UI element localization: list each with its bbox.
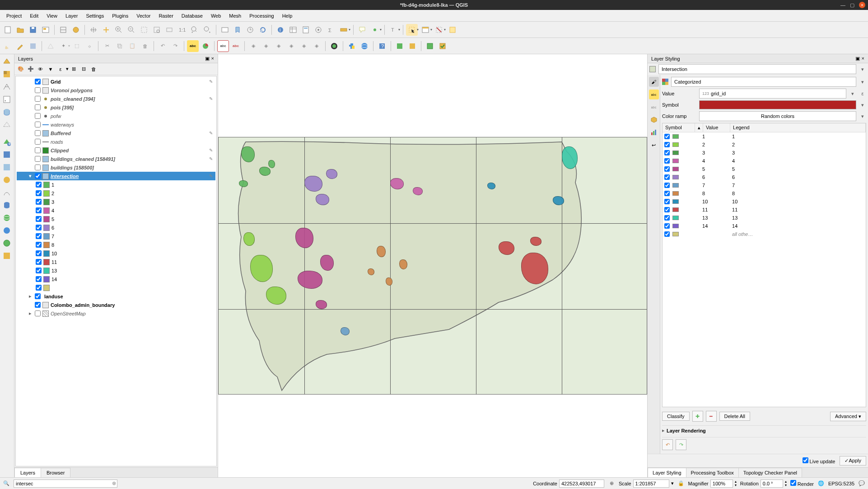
new-bookmark-icon[interactable] [232,24,243,36]
layer-checkbox[interactable] [35,113,41,119]
category-row[interactable]: 1313 [663,214,866,222]
paste-icon[interactable]: 📋 [126,40,138,52]
live-update-check[interactable]: Live update [803,457,835,464]
copy-icon[interactable]: ⿻ [114,40,126,52]
class-row[interactable]: 4 [17,206,215,215]
open-project-icon[interactable] [14,24,26,36]
layer-row-3[interactable]: pois [395] [17,103,215,112]
cut-icon[interactable]: ✂ [101,40,113,52]
layer-row-11[interactable]: ▾Intersection✎ [17,172,215,180]
toolbox-icon[interactable] [313,24,324,36]
locator-input[interactable] [14,480,117,488]
layer-row-5[interactable]: waterways [17,120,215,129]
symbol-dd-icon[interactable]: ▾ [859,102,866,108]
layer-rendering-section[interactable]: ▸ Layer Rendering [662,425,866,435]
layer-checkbox[interactable] [35,122,41,127]
expand-all-icon[interactable]: ⊞ [70,65,79,74]
label-abc-icon[interactable]: abc [187,40,199,52]
map-feature[interactable] [259,167,271,176]
diagrams-tab-icon[interactable] [649,127,659,137]
map-feature[interactable] [239,180,248,187]
crs-icon[interactable]: 🌐 [817,480,825,487]
new-project-icon[interactable] [2,24,14,36]
zoom-last-icon[interactable] [189,24,201,36]
plugin-2-icon[interactable] [406,40,418,52]
map-feature[interactable] [241,146,255,162]
layer-checkbox[interactable] [35,139,41,145]
select-icon[interactable] [406,24,418,36]
map-feature[interactable] [499,241,514,255]
map-feature[interactable] [368,268,374,275]
menu-plugins[interactable]: Plugins [108,12,132,20]
redo-icon[interactable]: ↷ [169,40,181,52]
map-feature[interactable] [386,277,392,286]
adv-tool-5-icon[interactable]: ◈ [298,40,310,52]
tab-topology-checker[interactable]: Topology Checker Panel [738,468,802,477]
expression-icon[interactable]: ε [859,91,866,96]
help-icon[interactable]: ? [376,40,388,52]
history-tab-icon[interactable]: ↩ [649,140,659,150]
layer-checkbox[interactable] [35,302,41,308]
tab-layers[interactable]: Layers [14,468,41,477]
zoom-full-icon[interactable] [138,24,150,36]
pan-icon[interactable] [88,24,99,36]
adv-tool-2-icon[interactable]: ◈ [260,40,272,52]
new-gpx-icon[interactable] [1,187,12,198]
rot-input[interactable] [761,480,783,488]
memory-icon[interactable]: ✎ [209,156,213,161]
refresh-icon[interactable] [257,24,269,36]
remove-layer-icon[interactable]: 🗑 [89,65,98,74]
class-row[interactable]: 5 [17,215,215,223]
menu-edit[interactable]: Edit [26,12,42,20]
select-all-icon[interactable] [447,24,458,36]
map-canvas[interactable] [218,137,647,395]
layer-row-2[interactable]: pois_cleaned [394]✎ [17,94,215,103]
layer-row-0[interactable]: Grid✎ [17,77,215,86]
advanced-button[interactable]: Advanced ▾ [830,412,866,421]
select-by-value-icon[interactable] [420,24,431,36]
layer-row-6[interactable]: Buffered✎ [17,129,215,137]
category-row[interactable]: 44 [663,157,866,165]
close-styling-icon[interactable]: × [862,56,864,61]
virtual-layer-icon[interactable] [1,119,12,130]
menu-database[interactable]: Database [178,12,206,20]
layer-checkbox[interactable] [35,165,41,170]
map-feature[interactable] [487,183,495,189]
new-spatialite-icon[interactable] [1,162,12,173]
menu-view[interactable]: View [43,12,61,20]
diagram-icon[interactable] [200,40,211,52]
map-feature[interactable] [399,259,407,269]
add-feature-icon[interactable] [45,40,56,52]
scale-input[interactable] [633,480,669,488]
renderer-select[interactable]: Categorized [671,77,856,87]
text-annotation-icon[interactable]: T [387,24,399,36]
locator-icon[interactable]: 🔍 [3,480,10,487]
layer-checkbox[interactable] [35,310,41,316]
map-canvas-area[interactable] [218,54,647,477]
layer-row-1[interactable]: Voronoi polygons [17,86,215,94]
add-category-button[interactable]: ✚ [692,411,703,422]
memory-icon[interactable]: ✎ [209,131,213,136]
symbol-preview[interactable] [699,100,856,109]
apply-button[interactable]: ✓Apply [840,456,866,465]
python-console-icon[interactable] [346,40,358,52]
move-feature-icon[interactable]: ⬚ [71,40,83,52]
class-row[interactable]: 13 [17,266,215,275]
crs-label[interactable]: EPSG:5235 [828,481,854,486]
style-preset-icon[interactable]: 🎨 [16,65,25,74]
map-feature[interactable] [341,327,350,335]
mesh-layer-icon[interactable] [1,81,12,92]
class-row[interactable]: 8 [17,240,215,249]
label-highlight-icon[interactable]: abc [217,40,229,52]
new-geopackage-icon[interactable] [1,149,12,160]
stats-icon[interactable]: Σ [325,24,337,36]
layers-tree[interactable]: Grid✎Voronoi polygonspois_cleaned [394]✎… [15,76,217,466]
zoom-out-icon[interactable] [126,24,137,36]
class-row[interactable]: 2 [17,189,215,197]
minimize-button[interactable]: — [840,2,845,8]
layer-row-7[interactable]: roads [17,137,215,146]
clear-search-icon[interactable]: ⊗ [112,480,116,486]
map-feature[interactable] [326,169,337,179]
osm-download-icon[interactable] [328,40,340,52]
renderer-dd-icon[interactable]: ▾ [859,79,866,85]
